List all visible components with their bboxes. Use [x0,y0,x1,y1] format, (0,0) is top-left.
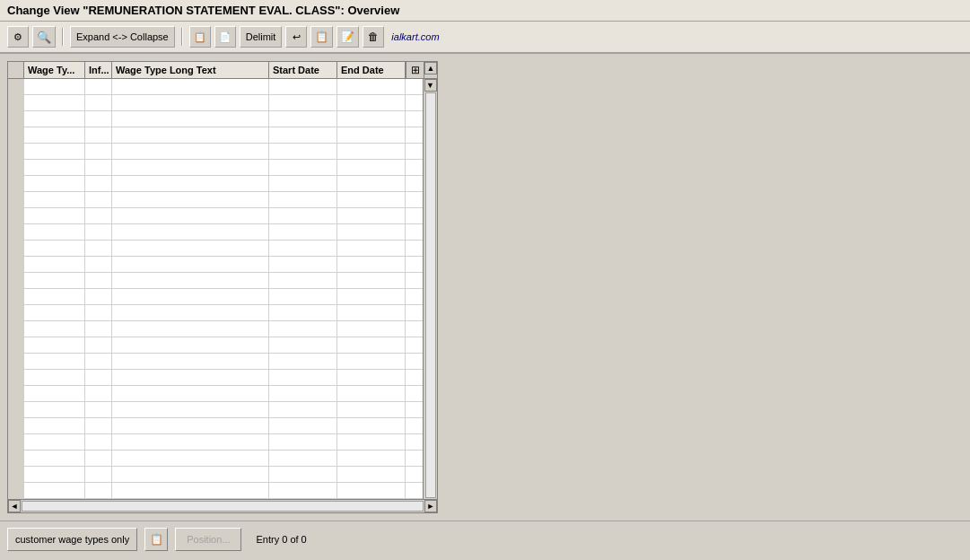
scroll-left-button[interactable]: ◄ [8,500,21,512]
row-selector[interactable] [8,451,24,466]
table-row[interactable] [8,127,423,144]
row-selector[interactable] [8,208,24,223]
row-selector[interactable] [8,192,24,207]
cell-info [85,370,112,385]
cell-info [85,127,112,143]
row-selector[interactable] [8,418,24,433]
cell-long-text [112,467,269,482]
scroll-track[interactable] [425,92,436,498]
row-selector[interactable] [8,79,24,94]
table-row[interactable] [8,402,423,418]
position-button[interactable]: Position... [175,528,241,551]
undo-button[interactable]: ↩ [285,26,307,48]
row-selector[interactable] [8,467,24,482]
row-selector[interactable] [8,370,24,385]
scroll-down-button[interactable]: ▼ [424,79,437,92]
find-button[interactable]: 🔍 [32,26,56,48]
table-row[interactable] [8,418,423,434]
cell-start-date [269,354,337,369]
customer-wage-types-button[interactable]: customer wage types only [7,528,137,551]
cell-info [85,95,112,110]
delimit-button[interactable]: Delimit [240,26,283,48]
table-row[interactable] [8,467,423,483]
cell-info [85,224,112,240]
row-selector[interactable] [8,127,24,143]
table-row[interactable] [8,160,423,176]
h-scroll-track[interactable] [22,501,424,512]
row-selector[interactable] [8,160,24,175]
row-selector[interactable] [8,337,24,353]
table-row[interactable] [8,337,423,354]
cell-end-date [337,144,406,159]
status-icon-button[interactable]: 📋 [144,528,168,551]
edit-button[interactable]: 📝 [336,26,359,48]
table-row[interactable] [8,370,423,386]
logo-text: ialkart.com [391,31,439,42]
copy-button[interactable]: 📋 [189,26,211,48]
table-row[interactable] [8,257,423,273]
scroll-right-button[interactable]: ► [424,500,437,512]
table-row[interactable] [8,95,423,111]
row-selector[interactable] [8,386,24,401]
table-row[interactable] [8,273,423,289]
row-selector[interactable] [8,224,24,240]
cell-wage-type [24,370,85,385]
row-selector[interactable] [8,176,24,191]
table-row[interactable] [8,79,423,95]
cell-info [85,451,112,466]
row-selector[interactable] [8,257,24,272]
cell-wage-type [24,483,85,498]
cell-info [85,337,112,353]
table-row[interactable] [8,208,423,224]
row-selector[interactable] [8,321,24,337]
table-row[interactable] [8,192,423,208]
row-selector[interactable] [8,95,24,110]
table-row[interactable] [8,386,423,402]
cell-long-text [112,370,269,385]
scroll-up-button[interactable]: ▲ [424,62,437,74]
table-row[interactable] [8,434,423,451]
cell-long-text [112,451,269,466]
row-selector[interactable] [8,305,24,320]
find-icon: 🔍 [37,31,51,44]
row-selector[interactable] [8,483,24,498]
table-row[interactable] [8,451,423,467]
table-row[interactable] [8,176,423,192]
row-selector[interactable] [8,144,24,159]
cell-long-text [112,386,269,401]
cell-info [85,160,112,175]
table-row[interactable] [8,483,423,499]
new-entries-button[interactable]: 📋 [310,26,333,48]
cell-end-date [337,386,406,401]
row-selector[interactable] [8,111,24,127]
table-row[interactable] [8,144,423,160]
cell-info [85,467,112,482]
cell-long-text [112,305,269,320]
row-selector[interactable] [8,241,24,256]
cell-info [85,79,112,94]
table-row[interactable] [8,289,423,305]
paste-button[interactable]: 📄 [214,26,236,48]
expand-collapse-button[interactable]: Expand <-> Collapse [70,26,175,48]
cell-end-date [337,208,406,223]
header-wage-type: Wage Ty... [24,62,85,78]
table-row[interactable] [8,111,423,127]
cell-end-date [337,370,406,385]
row-selector[interactable] [8,402,24,417]
table-row[interactable] [8,305,423,321]
table-row[interactable] [8,321,423,337]
cell-long-text [112,354,269,369]
row-selector[interactable] [8,273,24,288]
column-config-button[interactable]: ⊞ [406,62,424,78]
row-selector[interactable] [8,354,24,369]
table-row[interactable] [8,224,423,241]
row-selector[interactable] [8,289,24,304]
cell-long-text [112,402,269,417]
table-row[interactable] [8,354,423,370]
row-selector[interactable] [8,434,24,450]
delete-button[interactable]: 🗑 [363,26,384,48]
customize-button[interactable]: ⚙ [7,26,29,48]
cell-start-date [269,273,337,288]
table-row[interactable] [8,241,423,257]
cell-end-date [337,337,406,353]
